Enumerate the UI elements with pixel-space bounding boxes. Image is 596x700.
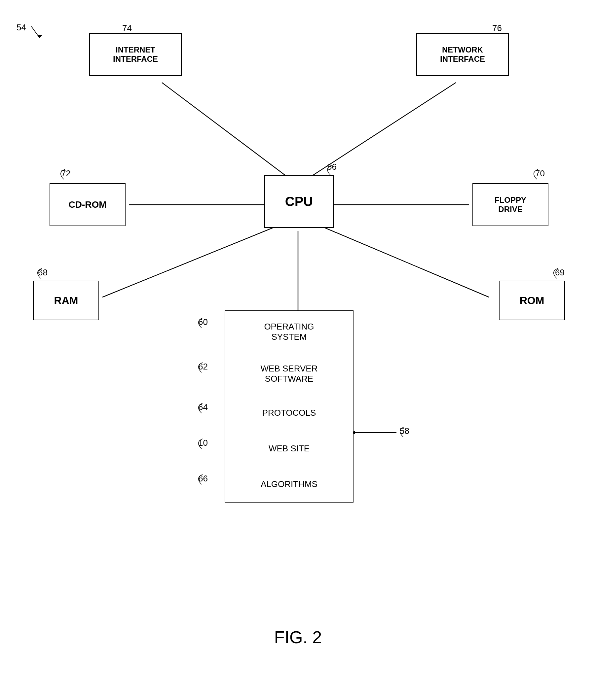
operating-system-box: OPERATING SYSTEM — [225, 310, 353, 353]
internet-interface-ref: 74 — [122, 23, 132, 33]
floppy-ref-curve — [529, 168, 545, 181]
svg-line-0 — [162, 82, 298, 185]
web-server-box: WEB SERVER SOFTWARE — [225, 353, 353, 395]
svg-line-9 — [31, 26, 40, 38]
figure-label: FIG. 2 — [0, 627, 596, 647]
cd-rom-box: CD-ROM — [50, 183, 126, 226]
diagram: 54 INTERNET INTERFACE 74 NETWORK INTERFA… — [0, 0, 596, 700]
web-site-box: WEB SITE — [225, 431, 353, 467]
rom-box: ROM — [499, 281, 565, 320]
rom-ref-curve — [548, 267, 565, 280]
network-interface-box: NETWORK INTERFACE — [416, 33, 509, 76]
network-interface-ref: 76 — [492, 23, 502, 33]
svg-marker-10 — [37, 35, 42, 38]
cpu-ref-curve — [320, 162, 340, 178]
svg-line-5 — [317, 225, 489, 297]
ram-ref-curve — [32, 267, 49, 280]
algorithms-box: ALGORITHMS — [225, 466, 353, 502]
cd-rom-ref-curve — [55, 168, 72, 181]
cpu-box: CPU — [264, 175, 334, 228]
ram-box: RAM — [33, 281, 99, 320]
os-ref-curve — [192, 316, 208, 330]
svg-line-4 — [102, 225, 281, 297]
protocols-ref-curve — [192, 401, 208, 415]
web-site-ref-curve — [192, 437, 208, 450]
internet-interface-box: INTERNET INTERFACE — [89, 33, 182, 76]
floppy-drive-box: FLOPPY DRIVE — [472, 183, 548, 226]
protocols-box: PROTOCOLS — [225, 395, 353, 431]
algorithms-ref-curve — [192, 473, 208, 486]
ref58-curve — [393, 425, 410, 439]
web-server-ref-curve — [192, 361, 208, 374]
corner-arrow — [18, 20, 45, 46]
